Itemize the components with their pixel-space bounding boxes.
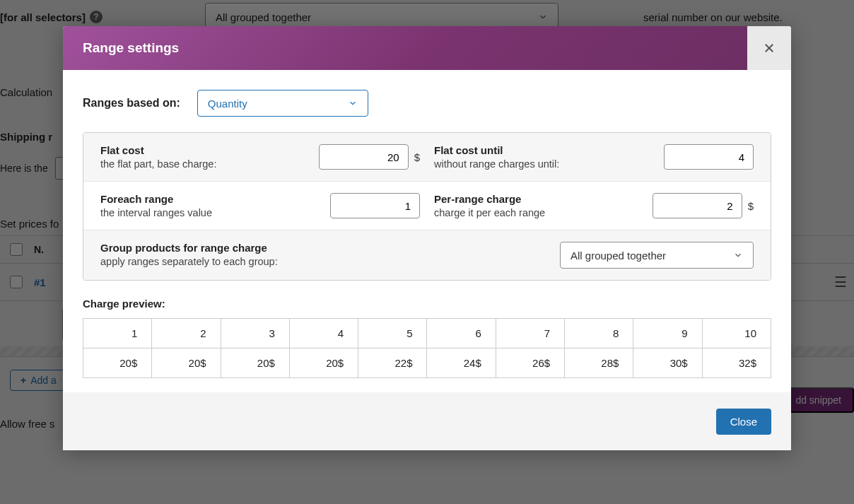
- modal-title-bar: Range settings: [63, 26, 747, 70]
- preview-value-cell: 20$: [152, 348, 221, 378]
- ranges-based-select[interactable]: Quantity: [197, 90, 368, 117]
- modal-close-button[interactable]: [747, 26, 791, 70]
- preview-header-cell: 2: [152, 319, 221, 348]
- settings-box: Flat cost the flat part, base charge: $ …: [83, 132, 771, 281]
- flat-cost-title: Flat cost: [100, 144, 309, 156]
- preview-header-cell: 5: [358, 319, 427, 348]
- per-range-input[interactable]: [653, 193, 742, 218]
- preview-header-cell: 7: [496, 319, 564, 348]
- flat-cost-desc: the flat part, base charge:: [100, 158, 309, 170]
- preview-header-cell: 3: [221, 319, 289, 348]
- preview-value-cell: 30$: [633, 348, 702, 378]
- preview-header-cell: 9: [633, 319, 702, 348]
- group-select[interactable]: All grouped together: [560, 242, 754, 269]
- close-icon: [763, 42, 776, 54]
- flat-cost-currency: $: [414, 151, 420, 163]
- flat-until-input[interactable]: [664, 144, 754, 170]
- preview-header-cell: 1: [83, 319, 152, 348]
- per-range-title: Per-range charge: [434, 193, 643, 205]
- preview-header-cell: 4: [289, 319, 358, 348]
- per-range-currency: $: [748, 200, 754, 212]
- preview-value-row: 20$ 20$ 20$ 20$ 22$ 24$ 26$ 28$ 30$ 32$: [83, 348, 771, 378]
- range-settings-modal: Range settings Ranges based on: Quantity…: [63, 26, 791, 450]
- flat-until-title: Flat cost until: [434, 144, 654, 156]
- preview-header-cell: 8: [565, 319, 633, 348]
- preview-header-cell: 10: [702, 319, 771, 348]
- chevron-down-icon: [348, 98, 358, 108]
- group-desc: apply ranges separately to each group:: [100, 256, 550, 267]
- modal-footer: Close: [63, 392, 791, 450]
- preview-value-cell: 20$: [289, 348, 358, 378]
- preview-header-row: 1 2 3 4 5 6 7 8 9 10: [83, 319, 771, 348]
- modal-header: Range settings: [63, 26, 791, 70]
- foreach-desc: the interval ranges value: [100, 207, 320, 218]
- preview-value-cell: 26$: [496, 348, 564, 378]
- close-button[interactable]: Close: [716, 409, 771, 435]
- preview-value-cell: 22$: [358, 348, 427, 378]
- preview-value-cell: 28$: [565, 348, 633, 378]
- foreach-input[interactable]: [330, 193, 420, 218]
- preview-value-cell: 24$: [427, 348, 496, 378]
- modal-body: Ranges based on: Quantity Flat cost the …: [63, 70, 791, 392]
- charge-preview-label: Charge preview:: [83, 298, 771, 310]
- preview-header-cell: 6: [427, 319, 496, 348]
- ranges-based-value: Quantity: [208, 98, 247, 110]
- modal-title: Range settings: [83, 40, 179, 56]
- preview-value-cell: 20$: [221, 348, 289, 378]
- flat-cost-input[interactable]: [319, 144, 409, 170]
- per-range-desc: charge it per each range: [434, 207, 643, 218]
- preview-value-cell: 20$: [83, 348, 152, 378]
- preview-value-cell: 32$: [702, 348, 771, 378]
- chevron-down-icon: [733, 250, 743, 260]
- group-select-value: All grouped together: [571, 250, 666, 262]
- flat-until-desc: without range charges until:: [434, 158, 654, 170]
- foreach-title: Foreach range: [100, 193, 320, 205]
- ranges-based-label: Ranges based on:: [83, 97, 180, 110]
- charge-preview-table: 1 2 3 4 5 6 7 8 9 10 20$ 20$ 20$ 20$ 22$…: [83, 318, 771, 378]
- group-title: Group products for range charge: [100, 242, 550, 254]
